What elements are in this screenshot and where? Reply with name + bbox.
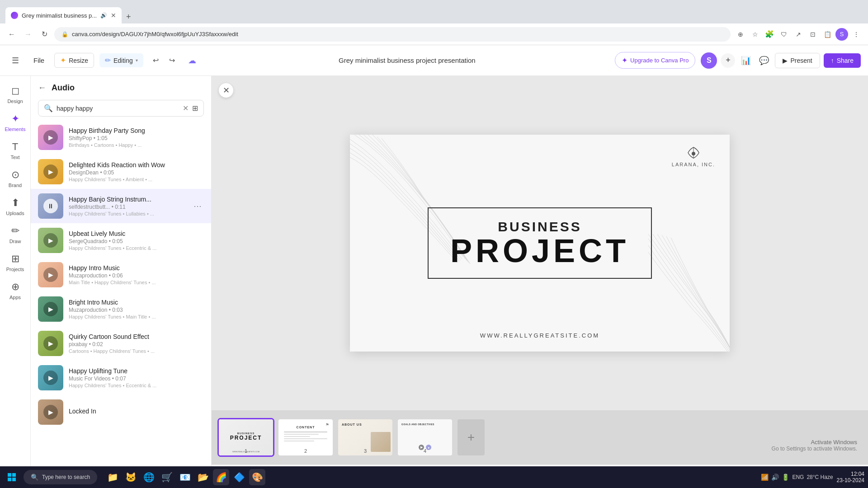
pause-button-banjo[interactable]: ⏸ [43, 199, 58, 213]
tab-close-button[interactable]: ✕ [111, 12, 116, 19]
redo-button[interactable]: ↪ [165, 53, 179, 68]
present-button[interactable]: ▶ Present [775, 53, 820, 68]
back-button[interactable]: ← [5, 28, 18, 41]
menu-button[interactable]: ☰ [7, 52, 24, 69]
audio-tags-birthday: Birthdays • Cartoons • Happy • ... [69, 142, 204, 148]
audio-back-button[interactable]: ← [38, 83, 46, 93]
sidebar-item-elements[interactable]: ✦ Elements [3, 109, 28, 136]
browser-ext-4[interactable]: ⊡ [807, 28, 819, 41]
filmstrip-num-4: 4 [424, 448, 426, 454]
logo-icon [684, 145, 703, 162]
sidebar-item-uploads[interactable]: ⬆ Uploads [3, 193, 28, 220]
taskbar-app-files[interactable]: 📂 [195, 469, 211, 485]
decoration-bottom-right [644, 230, 730, 352]
add-slide-button[interactable]: + [458, 419, 485, 455]
audio-item-quirky[interactable]: ▶ Quirky Cartoon Sound Effect pixabay • … [31, 326, 211, 361]
address-bar[interactable]: 🔒 canva.com/design/DAGUXr7jhM0/qfwxol6fj… [54, 27, 731, 42]
comment-button[interactable]: 💬 [757, 53, 771, 68]
filmstrip-slide-4[interactable]: GOALS AND OBJECTIVES ▶ ● 4 [398, 419, 452, 455]
taskbar-app-store[interactable]: 🛒 [159, 469, 175, 485]
audio-info-uplifting: Happy Uplifting Tune Music For Videos • … [69, 367, 204, 388]
file-button[interactable]: File [29, 54, 49, 67]
extension-button[interactable]: 🧩 [763, 28, 776, 41]
slide-project-text: PROJECT [450, 235, 629, 267]
taskbar-search[interactable]: 🔍 Type here to search [24, 470, 97, 484]
editing-button[interactable]: ✏ Editing ▾ [99, 53, 143, 67]
audio-more-button-banjo[interactable]: ⋯ [191, 200, 204, 212]
taskbar-app-mail[interactable]: 📧 [177, 469, 193, 485]
browser-ext-5[interactable]: 📋 [821, 28, 834, 41]
audio-name-delighted: Delighted Kids Reaction with Wow [69, 161, 204, 169]
audio-meta-banjo: selfdestructbutt... • 0:11 [69, 204, 186, 210]
sidebar-label-apps: Apps [9, 295, 21, 300]
filter-icon[interactable]: ⊞ [192, 104, 198, 113]
battery-icon[interactable]: 🔋 [782, 474, 789, 481]
browser-ext-2[interactable]: 🛡 [778, 28, 790, 41]
audio-item-uplifting[interactable]: ▶ Happy Uplifting Tune Music For Videos … [31, 361, 211, 395]
cloud-button[interactable]: ☁ [185, 53, 199, 68]
sidebar-item-draw[interactable]: ✏ Draw [3, 221, 28, 248]
resize-button[interactable]: ✦ Resize [54, 53, 94, 68]
audio-item-locked[interactable]: ▶ Locked In [31, 395, 211, 429]
close-panel-button[interactable]: ✕ [219, 83, 233, 98]
taskbar-app-edge[interactable]: 🔷 [231, 469, 247, 485]
volume-icon[interactable]: 🔊 [771, 474, 779, 481]
audio-name-birthday: Happy Birthday Party Song [69, 127, 204, 134]
browser-ext-3[interactable]: ↗ [792, 28, 805, 41]
audio-item-birthday[interactable]: ▶ Happy Birthday Party Song ShiftyPop • … [31, 120, 211, 155]
sidebar-item-brand[interactable]: ⊙ Brand [3, 165, 28, 192]
taskbar-app-chrome[interactable]: 🌈 [213, 469, 229, 485]
undo-button[interactable]: ↩ [149, 53, 163, 68]
filmstrip-slide-3[interactable]: ABOUT US 3 [338, 419, 392, 455]
play-button-bright[interactable]: ▶ [43, 302, 58, 316]
star-upgrade-icon: ✦ [622, 56, 627, 65]
zoom-button[interactable]: ⊕ [734, 28, 747, 41]
filmstrip-slide-2[interactable]: CONTENT ⚑ 2 [278, 419, 333, 455]
audio-item-banjo[interactable]: ⏸ Happy Banjo String Instrum... selfdest… [31, 189, 211, 223]
app-toolbar: ☰ File ✦ Resize ✏ Editing ▾ ↩ ↪ ☁ Grey m… [0, 45, 868, 76]
audio-item-bright[interactable]: ▶ Bright Intro Music Muzaproduction • 0:… [31, 292, 211, 326]
sidebar-item-apps[interactable]: ⊕ Apps [3, 277, 28, 304]
play-button-locked[interactable]: ▶ [43, 405, 58, 419]
play-button-quirky[interactable]: ▶ [43, 336, 58, 351]
taskbar-app-canva[interactable]: 🎨 [249, 469, 265, 485]
audio-panel: ← Audio 🔍 ✕ ⊞ ▶ Happy Birthday Party Son… [31, 76, 212, 488]
search-input[interactable] [57, 105, 179, 112]
share-button[interactable]: ↑ Share [824, 53, 861, 68]
new-tab-button[interactable]: + [122, 10, 135, 23]
play-button-upbeat[interactable]: ▶ [43, 233, 58, 248]
play-button-delighted[interactable]: ▶ [43, 164, 58, 179]
audio-item-upbeat[interactable]: ▶ Upbeat Lively Music SergeQuadrado • 0:… [31, 223, 211, 258]
language-label[interactable]: ENG [792, 474, 804, 480]
play-button-birthday[interactable]: ▶ [43, 130, 58, 145]
sidebar-item-projects[interactable]: ⊞ Projects [3, 249, 28, 276]
taskbar-app-explorer[interactable]: 📁 [104, 469, 121, 485]
slide-business-box: BUSINESS PROJECT [428, 207, 652, 279]
play-button-intro[interactable]: ▶ [43, 267, 58, 282]
browser-menu[interactable]: ⋮ [850, 28, 863, 41]
taskbar-clock[interactable]: 12:04 23-10-2024 [837, 471, 864, 483]
audio-tags-upbeat: Happy Childrens' Tunes • Eccentric & ... [69, 245, 204, 251]
add-button[interactable]: + [721, 53, 735, 68]
star-button[interactable]: ☆ [749, 28, 761, 41]
sidebar-item-design[interactable]: ◻ Design [3, 81, 28, 108]
audio-tags-bright: Happy Childrens' Tunes • Main Title • ..… [69, 314, 204, 319]
browser-user[interactable]: S [835, 28, 848, 41]
browser-nav: ← → ↻ 🔒 canva.com/design/DAGUXr7jhM0/qfw… [0, 23, 868, 45]
sidebar-item-text[interactable]: T Text [3, 137, 28, 164]
play-button-uplifting[interactable]: ▶ [43, 371, 58, 385]
forward-button[interactable]: → [22, 28, 34, 41]
start-button[interactable] [4, 469, 20, 485]
active-tab[interactable]: Grey minimalist business p... 🔊 ✕ [5, 7, 122, 23]
chart-button[interactable]: 📊 [739, 53, 753, 68]
search-clear-button[interactable]: ✕ [183, 104, 189, 113]
network-icon[interactable]: 📶 [761, 474, 769, 481]
taskbar-app-ie[interactable]: 🌐 [141, 469, 157, 485]
audio-item-happy-intro[interactable]: ▶ Happy Intro Music Muzaproduction • 0:0… [31, 258, 211, 292]
audio-item-delighted[interactable]: ▶ Delighted Kids Reaction with Wow Desig… [31, 155, 211, 189]
reload-button[interactable]: ↻ [38, 28, 51, 41]
upgrade-button[interactable]: ✦ Upgrade to Canva Pro [615, 52, 695, 69]
filmstrip-slide-1[interactable]: BUSINESS PROJECT WWW.REALLYGREATSITE.COM… [219, 419, 273, 455]
avatar-button[interactable]: S [701, 52, 717, 69]
taskbar-app-cat[interactable]: 🐱 [123, 469, 139, 485]
